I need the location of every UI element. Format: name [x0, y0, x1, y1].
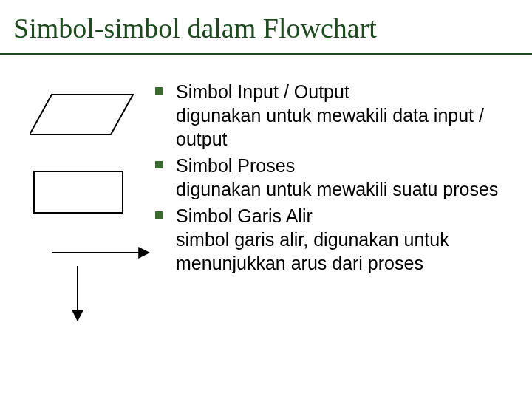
bullet-icon — [155, 161, 163, 168]
slide-title: Simbol-simbol dalam Flowchart — [13, 13, 377, 44]
slide: Simbol-simbol dalam Flowchart Simbol Inp… — [0, 0, 532, 399]
bullet-icon — [155, 211, 163, 219]
svg-rect-1 — [34, 171, 123, 213]
svg-marker-0 — [30, 95, 133, 134]
symbol-illustrations — [30, 89, 148, 327]
item-desc: simbol garis alir, digunakan untuk menun… — [176, 228, 510, 275]
item-title: Simbol Input / Output — [176, 80, 510, 103]
rectangle-icon — [30, 166, 140, 225]
parallelogram-icon — [30, 89, 140, 148]
title-underline — [0, 53, 532, 55]
item-desc: digunakan untuk mewakili data input / ou… — [176, 103, 510, 151]
list-item: Simbol Input / Output digunakan untuk me… — [155, 80, 510, 151]
bullet-icon — [155, 87, 163, 95]
bullet-list: Simbol Input / Output digunakan untuk me… — [155, 80, 510, 278]
item-desc: digunakan untuk mewakili suatu proses — [176, 177, 510, 201]
list-item: Simbol Garis Alir simbol garis alir, dig… — [155, 204, 510, 275]
item-title: Simbol Proses — [176, 154, 510, 177]
flowline-icon — [30, 245, 155, 327]
item-title: Simbol Garis Alir — [176, 204, 510, 228]
list-item: Simbol Proses digunakan untuk mewakili s… — [155, 154, 510, 201]
